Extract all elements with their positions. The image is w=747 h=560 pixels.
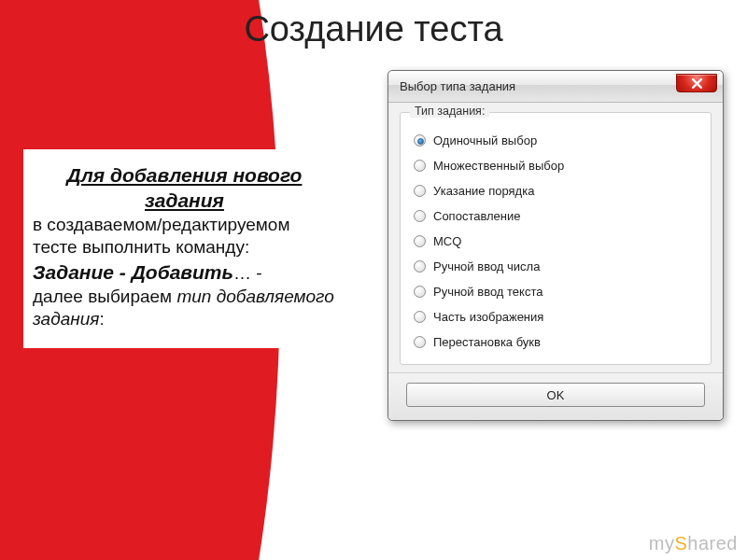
radio-label: Сопоставление xyxy=(433,209,521,223)
instruction-line2c: : xyxy=(99,309,104,329)
instruction-ellipsis: … - xyxy=(233,263,262,283)
radio-label: Ручной ввод текста xyxy=(433,285,543,299)
instruction-heading: Для добавления нового задания xyxy=(33,162,336,214)
radio-list: Одиночный выборМножественный выборУказан… xyxy=(412,128,699,355)
watermark-post: hared xyxy=(687,533,738,553)
radio-option[interactable]: Перестановка букв xyxy=(412,329,699,355)
watermark-accent: S xyxy=(675,533,688,553)
dialog-button-bar: OK xyxy=(388,372,723,420)
dialog-titlebar[interactable]: Выбор типа задания xyxy=(388,71,723,103)
radio-icon xyxy=(414,185,426,197)
radio-option[interactable]: Часть изображения xyxy=(412,304,699,329)
radio-label: Ручной ввод числа xyxy=(433,259,540,273)
instruction-card: Для добавления нового задания в создавае… xyxy=(23,149,345,348)
watermark-pre: my xyxy=(649,533,675,553)
slide-title: Создание теста xyxy=(0,9,747,49)
radio-icon xyxy=(414,311,426,323)
slide: Создание теста Для добавления нового зад… xyxy=(0,0,747,560)
radio-label: Множественный выбор xyxy=(433,159,564,173)
instruction-body: в создаваемом/редактируемом тесте выполн… xyxy=(33,214,336,331)
radio-option[interactable]: Ручной ввод числа xyxy=(412,254,699,279)
radio-label: Перестановка букв xyxy=(433,335,541,349)
radio-label: Часть изображения xyxy=(433,310,543,324)
dialog-title: Выбор типа задания xyxy=(400,79,515,93)
radio-option[interactable]: Сопоставление xyxy=(412,203,699,229)
radio-option[interactable]: Указание порядка xyxy=(412,178,699,203)
radio-icon xyxy=(414,160,426,172)
radio-option[interactable]: MCQ xyxy=(412,229,699,254)
radio-icon xyxy=(414,260,426,273)
radio-label: Одиночный выбор xyxy=(433,133,537,147)
instruction-line1: в создаваемом/редактируемом тесте выполн… xyxy=(33,215,289,258)
radio-label: Указание порядка xyxy=(433,184,534,198)
radio-icon xyxy=(414,134,426,147)
radio-icon xyxy=(414,210,426,222)
close-icon xyxy=(692,78,702,89)
radio-option[interactable]: Множественный выбор xyxy=(412,153,699,178)
radio-option[interactable]: Ручной ввод текста xyxy=(412,279,699,304)
task-type-group: Тип задания: Одиночный выборМножественны… xyxy=(400,112,712,365)
close-button[interactable] xyxy=(676,74,717,92)
task-type-dialog: Выбор типа задания Тип задания: Одиночны… xyxy=(388,70,724,421)
radio-option[interactable]: Одиночный выбор xyxy=(412,128,699,153)
instruction-line2a: далее выбираем xyxy=(33,287,176,306)
watermark: myShared xyxy=(649,533,738,554)
group-legend: Тип задания: xyxy=(410,105,489,118)
ok-button[interactable]: OK xyxy=(406,383,705,407)
radio-icon xyxy=(414,336,426,348)
radio-icon xyxy=(414,286,426,298)
radio-icon xyxy=(414,235,426,247)
radio-label: MCQ xyxy=(433,234,461,248)
instruction-command: Задание - Добавить xyxy=(33,261,233,283)
